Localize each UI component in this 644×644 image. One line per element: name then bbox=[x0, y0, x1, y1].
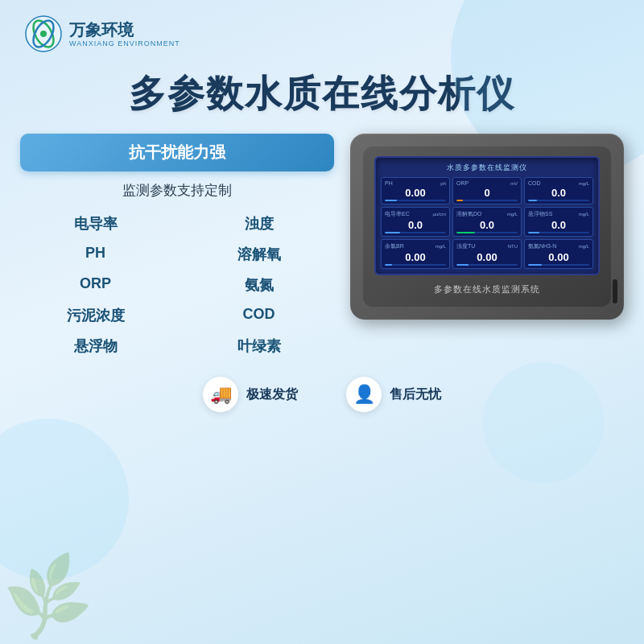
feature-service-text: 售后无忧 bbox=[390, 386, 441, 403]
cell-unit-orp: mV bbox=[510, 181, 518, 186]
screen-cell-orp: ORP mV 0 bbox=[452, 177, 522, 204]
cell-label-ss: 悬浮物SS bbox=[528, 210, 552, 218]
params-grid: 电导率 浊度 PH 溶解氧 ORP 氨氮 污泥浓度 COD 悬浮物 叶绿素 bbox=[20, 211, 334, 359]
feature-shipping: 🚚 极速发货 bbox=[203, 377, 298, 412]
left-panel: 抗干扰能力强 监测参数支持定制 电导率 浊度 PH 溶解氧 ORP 氨氮 污泥浓… bbox=[20, 134, 334, 362]
screen-cell-cod: COD mg/L 0.0 bbox=[524, 177, 593, 204]
cell-value-tu: 0.00 bbox=[456, 251, 518, 263]
device-outer: 水质多参数在线监测仪 PH ph 0.00 ORP bbox=[350, 134, 624, 320]
service-icon: 👤 bbox=[346, 377, 382, 412]
param-item: 溶解氧 bbox=[184, 242, 334, 267]
cell-label-nh3: 氨氮NH3-N bbox=[528, 242, 556, 250]
cell-value-orp: 0 bbox=[456, 187, 518, 199]
cell-unit-ss: mg/L bbox=[579, 212, 589, 217]
screen-cell-nh3: 氨氮NH3-N mg/L 0.00 bbox=[524, 239, 593, 269]
feature-service: 👤 售后无忧 bbox=[346, 377, 441, 412]
svg-point-3 bbox=[40, 31, 47, 37]
cell-unit-ph: ph bbox=[440, 181, 446, 186]
feature-shipping-text: 极速发货 bbox=[246, 386, 298, 403]
cell-value-br: 0.00 bbox=[385, 251, 446, 263]
right-panel: 水质多参数在线监测仪 PH ph 0.00 ORP bbox=[350, 134, 624, 320]
device-cable bbox=[613, 279, 617, 303]
param-item: COD bbox=[184, 303, 334, 328]
screen-cell-ss: 悬浮物SS mg/L 0.0 bbox=[524, 207, 593, 237]
cell-label-do: 溶解氧DO bbox=[456, 210, 482, 218]
screen-cell-ec: 电导率EC μu/cm 0.0 bbox=[381, 207, 450, 237]
logo-chinese: 万象环境 bbox=[69, 20, 180, 39]
cell-value-cod: 0.0 bbox=[528, 187, 589, 199]
cell-label-orp: ORP bbox=[456, 180, 469, 186]
cell-unit-nh3: mg/L bbox=[579, 244, 589, 249]
cell-label-br: 余氯BR bbox=[385, 242, 404, 250]
cell-value-do: 0.0 bbox=[456, 219, 518, 231]
cell-label-cod: COD bbox=[528, 180, 541, 186]
cell-value-ss: 0.0 bbox=[528, 219, 589, 231]
param-item: 叶绿素 bbox=[184, 333, 334, 359]
screen-grid: PH ph 0.00 ORP mV 0 bbox=[381, 177, 593, 269]
logo-icon bbox=[24, 14, 63, 53]
device-inner: 水质多参数在线监测仪 PH ph 0.00 ORP bbox=[363, 147, 611, 307]
content-area: 抗干扰能力强 监测参数支持定制 电导率 浊度 PH 溶解氧 ORP 氨氮 污泥浓… bbox=[0, 134, 644, 362]
highlight-badge: 抗干扰能力强 bbox=[20, 134, 334, 171]
screen-cell-tu: 浊度TU NTU 0.00 bbox=[452, 239, 522, 269]
screen-cell-ph: PH ph 0.00 bbox=[381, 177, 450, 204]
param-item: 氨氮 bbox=[184, 272, 334, 298]
param-item: 污泥浓度 bbox=[20, 303, 171, 328]
cell-unit-cod: mg/L bbox=[579, 181, 589, 186]
param-item: 电导率 bbox=[20, 211, 171, 237]
logo-text: 万象环境 WANXIANG ENVIRONMENT bbox=[69, 20, 180, 47]
screen-cell-br: 余氯BR mg/L 0.00 bbox=[381, 239, 450, 269]
cell-value-ph: 0.00 bbox=[385, 187, 446, 199]
screen-cell-do: 溶解氧DO mg/L 0.0 bbox=[452, 207, 522, 237]
device-screen: 水质多参数在线监测仪 PH ph 0.00 ORP bbox=[374, 156, 600, 275]
shipping-icon: 🚚 bbox=[203, 377, 238, 412]
device-label: 多参数在线水质监测系统 bbox=[374, 283, 600, 295]
cell-label-ec: 电导率EC bbox=[385, 210, 410, 218]
cell-unit-ec: μu/cm bbox=[433, 212, 446, 217]
param-item: 浊度 bbox=[184, 211, 334, 237]
logo-english: WANXIANG ENVIRONMENT bbox=[69, 39, 180, 47]
cell-label-tu: 浊度TU bbox=[456, 242, 475, 250]
screen-title: 水质多参数在线监测仪 bbox=[381, 163, 593, 173]
cell-value-ec: 0.0 bbox=[385, 219, 446, 231]
param-item: 悬浮物 bbox=[20, 333, 171, 359]
cell-unit-tu: NTU bbox=[508, 244, 518, 249]
cell-unit-do: mg/L bbox=[507, 212, 518, 217]
cell-unit-br: mg/L bbox=[436, 244, 446, 249]
logo-area: 万象环境 WANXIANG ENVIRONMENT bbox=[24, 14, 180, 53]
param-item: ORP bbox=[20, 272, 171, 298]
cell-label-ph: PH bbox=[385, 180, 393, 186]
param-item: PH bbox=[20, 242, 171, 267]
subtitle-text: 监测参数支持定制 bbox=[20, 181, 334, 200]
cell-value-nh3: 0.00 bbox=[528, 251, 589, 263]
